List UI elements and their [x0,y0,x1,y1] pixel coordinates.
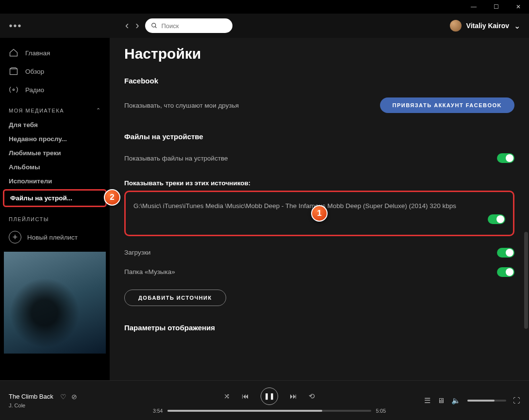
music-folder-text: Папка «Музыка» [124,268,175,275]
sidebar: Главная Обзор Радио МОЯ МЕДИАТЕКА ⌃ Для … [0,38,110,380]
svg-point-0 [151,23,155,27]
progress-bar[interactable] [167,410,371,412]
add-source-button[interactable]: ДОБАВИТЬ ИСТОЧНИК [124,290,226,306]
track-artist[interactable]: J. Cole [9,403,135,408]
downloads-text: Загрузки [124,249,150,256]
lib-local-files[interactable]: Файлы на устрой... [3,189,107,207]
facebook-heading: Facebook [124,77,514,85]
settings-content: Настройки Facebook Показывать, что слуша… [110,38,529,380]
search-box[interactable] [145,18,232,33]
top-bar: ••• ‹ › Vitaliy Kairov ⌄ [0,14,529,38]
local-files-heading: Файлы на устройстве [124,132,514,141]
now-playing-art[interactable] [4,252,106,354]
minimize-button[interactable]: — [467,0,480,14]
new-playlist-label: Новый плейлист [27,234,78,241]
plus-icon: + [9,231,21,243]
source-folder-box: G:\Music\ iTunes\iTunes Media \Music\Mob… [124,191,514,236]
sidebar-home[interactable]: Главная [0,44,110,62]
show-local-text: Показывать файлы на устройстве [124,155,228,162]
page-title: Настройки [124,46,514,62]
sidebar-radio[interactable]: Радио [0,81,110,99]
total-time: 5:05 [376,408,386,414]
user-name: Vitaliy Kairov [466,22,509,30]
annotation-marker-2: 2 [104,189,120,206]
search-input[interactable] [161,22,226,30]
volume-bar[interactable] [467,400,506,402]
chevron-up-icon[interactable]: ⌃ [96,107,101,113]
chevron-down-icon: ⌄ [514,21,520,31]
prev-track-icon[interactable]: ⏮ [242,392,249,400]
svg-rect-2 [10,69,17,75]
avatar [450,20,462,32]
new-playlist-button[interactable]: + Новый плейлист [0,226,110,248]
lib-recent[interactable]: Недавно прослу... [0,132,110,146]
sidebar-item-label: Радио [25,86,44,94]
search-icon [151,22,158,30]
menu-dots-icon[interactable]: ••• [9,19,22,32]
source-toggle[interactable] [488,214,505,224]
lib-for-you[interactable]: Для тебя [0,118,110,132]
ban-icon[interactable]: ⊘ [71,393,77,401]
playlists-header: ПЛЕЙЛИСТЫ [0,212,110,226]
svg-point-3 [13,89,14,90]
fullscreen-icon[interactable]: ⛶ [513,396,520,404]
sidebar-browse[interactable]: Обзор [0,62,110,81]
next-track-icon[interactable]: ⏭ [290,392,297,400]
home-icon [9,48,18,58]
lib-artists[interactable]: Исполнители [0,174,110,188]
repeat-icon[interactable]: ⟲ [309,392,315,401]
queue-icon[interactable]: ☰ [424,396,430,405]
facebook-text: Показывать, что слушают мои друзья [124,102,239,109]
play-pause-button[interactable]: ❚❚ [261,388,278,405]
sidebar-item-label: Главная [25,49,50,57]
close-button[interactable]: ✕ [512,0,525,14]
elapsed-time: 3:54 [153,408,163,414]
nav-back-icon[interactable]: ‹ [125,19,129,32]
volume-icon[interactable]: 🔈 [451,396,461,405]
music-folder-toggle[interactable] [497,267,514,277]
devices-icon[interactable]: 🖥 [437,396,445,404]
library-header: МОЯ МЕДИАТЕКА ⌃ [0,103,110,118]
shuffle-icon[interactable]: ⤨ [224,392,230,401]
display-heading: Параметры отображения [124,323,514,332]
scrollbar[interactable] [524,232,528,329]
maximize-button[interactable]: ☐ [489,0,503,14]
annotation-marker-1: 1 [311,205,328,222]
svg-line-1 [155,27,156,28]
heart-icon[interactable]: ♡ [60,393,66,401]
link-facebook-button[interactable]: ПРИВЯЗАТЬ АККАУНТ FACEBOOK [380,97,515,113]
lib-liked[interactable]: Любимые треки [0,146,110,160]
user-menu[interactable]: Vitaliy Kairov ⌄ [450,20,520,32]
sidebar-item-label: Обзор [25,68,44,75]
sources-label: Показывать треки из этих источников: [124,179,514,187]
player-bar: The Climb Back ♡ ⊘ J. Cole ⤨ ⏮ ❚❚ ⏭ ⟲ 3:… [0,380,529,420]
radio-icon [9,85,18,95]
lib-albums[interactable]: Альбомы [0,160,110,174]
nav-forward-icon[interactable]: › [135,19,139,32]
downloads-toggle[interactable] [497,248,514,258]
titlebar: — ☐ ✕ [0,0,529,14]
show-local-toggle[interactable] [497,153,514,163]
browse-icon [9,66,18,76]
track-title[interactable]: The Climb Back [9,393,53,400]
